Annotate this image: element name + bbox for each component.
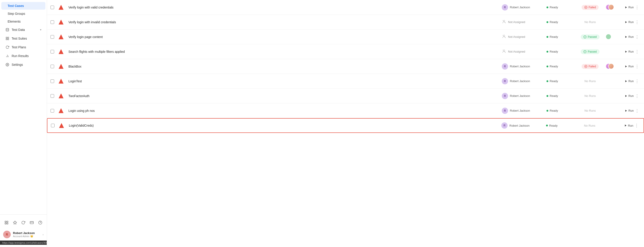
more-options-button[interactable]: ⋮ (634, 64, 640, 69)
svg-rect-2 (8, 37, 9, 38)
sidebar-item-settings[interactable]: Settings (1, 60, 46, 69)
test-cases-table: Verify login with valid credentials R Ro… (47, 0, 644, 133)
row-checkbox[interactable] (50, 20, 54, 24)
run-button[interactable]: Run (625, 6, 634, 9)
sidebar-user[interactable]: R Robert Jackson Account Admin 👑 › (0, 228, 47, 240)
col-test-name[interactable]: LoginTest (67, 79, 502, 83)
col-result: No Runs (576, 109, 605, 112)
col-assignee: R Robert Jackson (502, 4, 546, 11)
status-label: Ready (550, 35, 558, 39)
sidebar-label-run-results: Run Results (12, 54, 28, 58)
row-checkbox[interactable] (50, 79, 54, 83)
col-more: ⋮ (634, 78, 640, 84)
more-options-button[interactable]: ⋮ (634, 93, 640, 99)
row-checkbox[interactable] (50, 109, 54, 113)
col-test-name[interactable]: Verify login page content (67, 35, 502, 39)
run-button[interactable]: Run (625, 20, 634, 24)
col-status: Ready (546, 50, 576, 53)
refresh-small-icon[interactable] (19, 218, 27, 227)
col-test-name[interactable]: TwoFactorAuth (67, 94, 502, 98)
grid-small-icon[interactable] (2, 218, 10, 227)
no-runs-label: No Runs (584, 109, 596, 112)
result-avatar-2 (608, 4, 614, 10)
star-icon[interactable] (11, 218, 19, 227)
run-button[interactable]: Run (624, 124, 633, 127)
sidebar-label-test-plans: Test Plans (12, 45, 26, 49)
col-test-name[interactable]: BlackBox (67, 65, 502, 68)
col-priority-icon (58, 35, 67, 39)
col-result-avatars (605, 63, 616, 70)
row-checkbox[interactable] (51, 124, 54, 127)
chevron-right-icon: › (42, 233, 44, 236)
assignee-avatar: R (502, 63, 508, 70)
sidebar-nav: Test Cases Step Groups Elements Test Dat… (0, 0, 47, 214)
card-icon[interactable] (28, 218, 36, 227)
no-runs-label: No Runs (584, 94, 596, 98)
sidebar-item-test-plans[interactable]: Test Plans (1, 43, 46, 52)
col-result: Failed (576, 5, 605, 10)
run-button[interactable]: Run (625, 35, 634, 39)
status-label: Ready (550, 65, 558, 68)
row-checkbox[interactable] (50, 94, 54, 98)
more-options-button[interactable]: ⋮ (634, 108, 640, 114)
passed-badge: Passed (581, 49, 599, 54)
assignee-avatar: R (502, 4, 508, 11)
run-button[interactable]: Run (625, 50, 634, 53)
row-checkbox[interactable] (50, 35, 54, 39)
sidebar-item-test-data[interactable]: Test Data ▾ (1, 26, 46, 34)
col-checkbox (50, 94, 58, 98)
svg-marker-37 (626, 80, 627, 82)
svg-rect-11 (5, 223, 6, 224)
col-test-name[interactable]: Verify login with invalid credentials (67, 20, 502, 24)
sidebar-item-test-suites[interactable]: Test Suites (1, 34, 46, 43)
run-button[interactable]: Run (625, 109, 634, 112)
crown-icon: 👑 (30, 235, 33, 237)
sidebar-item-test-cases[interactable]: Test Cases (1, 2, 46, 10)
avatar: R (3, 231, 11, 238)
priority-flag-icon (58, 79, 64, 84)
status-dot (546, 66, 548, 67)
more-options-button[interactable]: ⋮ (634, 19, 640, 25)
col-priority-icon (58, 20, 67, 25)
result-avatars (606, 4, 615, 11)
sidebar-item-run-results[interactable]: Run Results (1, 52, 46, 60)
help-icon[interactable] (36, 218, 44, 227)
sidebar-item-elements[interactable]: Elements (1, 18, 46, 25)
row-checkbox[interactable] (50, 50, 54, 54)
run-button[interactable]: Run (625, 94, 634, 98)
status-label: Ready (550, 79, 558, 83)
table-row: Verify login with invalid credentials No… (47, 15, 644, 30)
status-dot (546, 125, 548, 126)
svg-point-25 (503, 35, 505, 37)
more-options-button[interactable]: ⋮ (634, 5, 640, 10)
svg-point-8 (7, 64, 8, 65)
col-more: ⋮ (634, 108, 640, 114)
run-button[interactable]: Run (625, 79, 634, 83)
sidebar-label-test-suites: Test Suites (12, 37, 27, 40)
col-priority-icon (58, 64, 67, 69)
col-checkbox (50, 6, 58, 9)
sidebar-bottom: R Robert Jackson Account Admin 👑 › https… (0, 214, 47, 247)
more-options-button[interactable]: ⋮ (633, 123, 640, 128)
assignee-avatar: R (502, 93, 508, 99)
assignee-name: Not Assigned (508, 35, 525, 39)
result-avatars (606, 34, 615, 40)
priority-flag-icon (58, 35, 64, 39)
col-status: Ready (546, 94, 576, 98)
more-options-button[interactable]: ⋮ (634, 34, 640, 40)
run-button[interactable]: Run (625, 65, 634, 68)
row-checkbox[interactable] (50, 65, 54, 68)
col-test-name[interactable]: Verify login with valid credentials (67, 6, 502, 9)
col-checkbox (50, 35, 58, 39)
col-test-name[interactable]: Login using ph nos (67, 109, 502, 113)
svg-marker-28 (626, 36, 627, 38)
col-test-name[interactable]: Search flights with multiple filters app… (67, 50, 502, 54)
col-test-name[interactable]: Login(ValidCreds) (67, 124, 501, 127)
col-status: Ready (546, 124, 575, 127)
more-options-button[interactable]: ⋮ (634, 78, 640, 84)
row-checkbox[interactable] (50, 6, 54, 9)
col-result: Passed (576, 49, 605, 54)
more-options-button[interactable]: ⋮ (634, 49, 640, 55)
sidebar-label-test-data: Test Data (12, 28, 25, 32)
sidebar-item-step-groups[interactable]: Step Groups (1, 10, 46, 18)
